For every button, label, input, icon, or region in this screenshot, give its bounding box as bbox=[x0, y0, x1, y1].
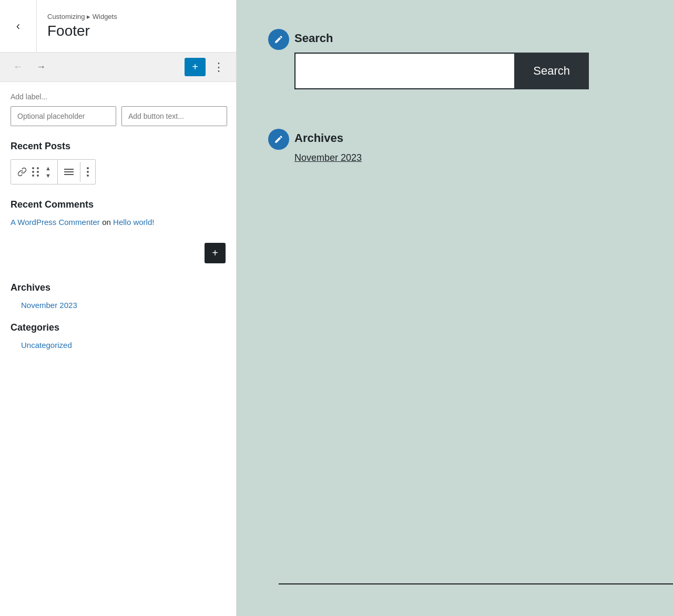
search-edit-indicator[interactable] bbox=[268, 29, 289, 50]
post-link[interactable]: Hello world! bbox=[113, 218, 154, 227]
recent-comments-heading: Recent Comments bbox=[11, 199, 226, 210]
ctrl-group-more[interactable] bbox=[80, 160, 95, 183]
preview-search-button[interactable]: Search bbox=[514, 53, 589, 89]
categories-heading: Categories bbox=[11, 322, 226, 333]
preview-archives-content: Archives November 2023 bbox=[294, 131, 641, 163]
archive-link-nov2023[interactable]: November 2023 bbox=[21, 301, 226, 310]
preview-search-title: Search bbox=[294, 32, 641, 45]
preview-search-content: Search Search bbox=[294, 32, 641, 89]
preview-archive-link-nov2023[interactable]: November 2023 bbox=[294, 152, 641, 163]
add-widget-button[interactable]: + bbox=[185, 58, 206, 76]
add-block-button[interactable]: + bbox=[205, 243, 226, 263]
archives-edit-indicator[interactable] bbox=[268, 129, 289, 150]
button-text-input[interactable] bbox=[121, 106, 227, 126]
link-icon[interactable] bbox=[16, 166, 28, 178]
undo-button[interactable]: ← bbox=[8, 58, 27, 76]
recent-posts-heading: Recent Posts bbox=[11, 141, 226, 152]
category-link-uncategorized[interactable]: Uncategorized bbox=[21, 341, 226, 350]
add-label-text: Add label... bbox=[11, 93, 226, 101]
archives-section: Archives November 2023 bbox=[11, 282, 226, 310]
more-icon[interactable] bbox=[86, 165, 90, 179]
ctrl-group-align[interactable] bbox=[58, 162, 80, 182]
preview-search-bar: Search bbox=[294, 53, 589, 89]
commenter-link[interactable]: A WordPress Commenter bbox=[11, 218, 100, 227]
preview-search-widget: Search Search bbox=[279, 32, 641, 89]
header-title-area: Customizing ▸ Widgets Footer bbox=[37, 5, 128, 47]
widget-controls: ▲ ▼ bbox=[11, 159, 96, 184]
recent-posts-section: Recent Posts bbox=[11, 141, 226, 184]
panel-content: Add label... Recent Posts bbox=[0, 82, 236, 616]
search-widget-section: Add label... bbox=[11, 93, 226, 126]
recent-comments-section: Recent Comments A WordPress Commenter on… bbox=[11, 199, 226, 272]
search-inputs bbox=[11, 106, 226, 126]
more-options-button[interactable]: ⋮ bbox=[210, 58, 228, 76]
back-button[interactable]: ‹ bbox=[0, 0, 37, 52]
preview-content: Search Search Archives November 2023 bbox=[237, 0, 673, 237]
align-icon[interactable] bbox=[63, 166, 75, 178]
on-text: on bbox=[102, 218, 113, 227]
archives-heading: Archives bbox=[11, 282, 226, 293]
preview-divider bbox=[279, 583, 673, 584]
placeholder-input[interactable] bbox=[11, 106, 116, 126]
move-up-down-icon[interactable]: ▲ ▼ bbox=[44, 164, 52, 180]
right-panel: Search Search Archives November 2023 bbox=[237, 0, 673, 616]
ctrl-group-icons: ▲ ▼ bbox=[11, 160, 58, 184]
preview-archives-title: Archives bbox=[294, 131, 641, 145]
left-panel: ‹ Customizing ▸ Widgets Footer ← → + ⋮ A… bbox=[0, 0, 237, 616]
categories-section: Categories Uncategorized bbox=[11, 322, 226, 350]
panel-toolbar: ← → + ⋮ bbox=[0, 53, 236, 82]
redo-button[interactable]: → bbox=[32, 58, 50, 76]
preview-archives-widget: Archives November 2023 bbox=[279, 131, 641, 163]
page-title: Footer bbox=[47, 23, 117, 39]
panel-header: ‹ Customizing ▸ Widgets Footer bbox=[0, 0, 236, 53]
drag-icon[interactable] bbox=[31, 166, 41, 178]
preview-search-input-field[interactable] bbox=[294, 53, 514, 89]
comment-row: A WordPress Commenter on Hello world! bbox=[11, 218, 226, 227]
breadcrumb: Customizing ▸ Widgets bbox=[47, 13, 117, 20]
